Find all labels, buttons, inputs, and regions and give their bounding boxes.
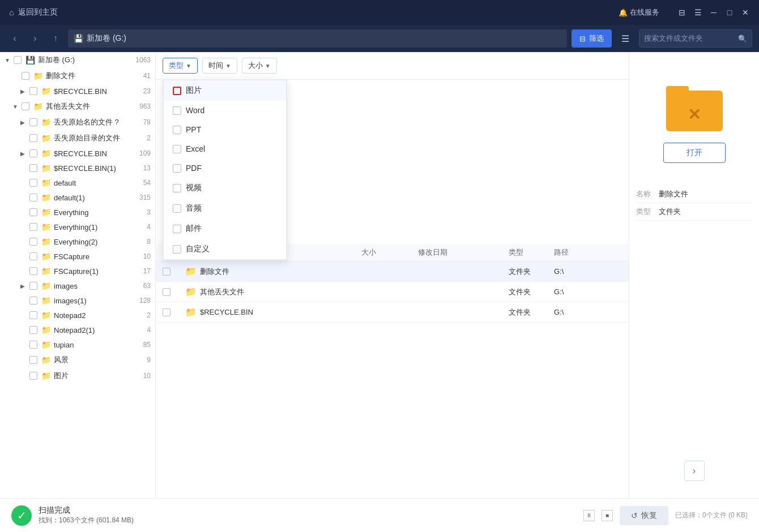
folder-icon: 📁 [41,371,51,380]
sidebar-item-lost-dir[interactable]: 📁 丢失原始目录的文件 2 [0,130,155,146]
folder-icon: 📁 [41,149,51,158]
check-notepad2-1[interactable] [29,326,37,334]
sidebar-item-images[interactable]: ▶ 📁 images 63 [0,278,155,293]
folder-icon: 📁 [41,222,51,231]
sidebar-item-other-lost[interactable]: ▼ 📁 其他丢失文件 963 [0,98,155,114]
sidebar-toggle-btn[interactable]: ⊟ [677,8,686,17]
row-name: 📁 $RECYCLE.BIN [185,307,361,318]
check-icon [173,145,181,153]
open-button[interactable]: 打开 [663,143,726,163]
check-images[interactable] [29,282,37,290]
forward-btn[interactable]: › [27,31,43,46]
table-row[interactable]: 📁 删除文件 文件夹 G:\ [156,261,629,282]
folder-icon: 📁 [41,164,51,173]
sidebar-item-fscapture[interactable]: 📁 FSCapture 10 [0,249,155,264]
toggle-icon: ▶ [20,283,28,289]
toolbar: ‹ › ↑ 💾 新加卷 (G:) ⊟ 筛选 ☰ 搜索文件或文件夹 🔍 [0,25,759,52]
header-path: 路径 [554,247,622,258]
check-notepad2[interactable] [29,311,37,319]
sidebar-item-everything[interactable]: 📁 Everything 3 [0,205,155,220]
check-recycle3[interactable] [29,164,37,172]
check-images1[interactable] [29,297,37,304]
close-btn[interactable]: ✕ [741,8,750,17]
sidebar-item-images1[interactable]: 📁 images(1) 128 [0,293,155,308]
back-btn[interactable]: ‹ [7,31,23,46]
type-filter-chip[interactable]: 类型 ▼ [163,58,198,74]
row-check[interactable] [163,288,170,296]
check-lost-name[interactable] [29,118,37,126]
sidebar-item-notepad2[interactable]: 📁 Notepad2 2 [0,308,155,323]
restore-button[interactable]: ↺ 恢复 [620,506,668,525]
sidebar-item-recycle3[interactable]: 📁 $RECYCLE.BIN(1) 13 [0,161,155,175]
menu-btn[interactable]: ☰ [616,29,634,48]
next-arrow-btn[interactable]: › [684,461,705,481]
pause-btn[interactable]: ⏸ [583,510,595,521]
table-row[interactable]: 📁 其他丢失文件 文件夹 G:\ [156,282,629,302]
filter-icon: ⊟ [579,35,586,43]
sidebar-item-notepad2-1[interactable]: 📁 Notepad2(1) 4 [0,323,155,337]
up-btn[interactable]: ↑ [48,31,63,46]
selected-info: 已选择：0个文件 (0 KB) [675,510,748,520]
check-root[interactable] [14,56,22,64]
time-filter-chip[interactable]: 时间 ▼ [202,58,237,74]
stop-btn[interactable]: ■ [602,510,613,521]
dropdown-item-audio[interactable]: 音频 [164,198,286,218]
dropdown-item-video[interactable]: 视频 [164,178,286,198]
sidebar-item-scenery[interactable]: 📁 风景 9 [0,352,155,368]
sidebar-item-fscapture1[interactable]: 📁 FSCapture(1) 17 [0,264,155,278]
path-bar[interactable]: 💾 新加卷 (G:) [68,29,567,48]
sidebar-item-pictures[interactable]: 📁 图片 10 [0,368,155,384]
folder-icon: 📁 [41,281,51,290]
table-row[interactable]: 📁 $RECYCLE.BIN 文件夹 G:\ [156,302,629,323]
folder-icon: 📁 [41,178,51,187]
check-default[interactable] [29,179,37,187]
row-check[interactable] [163,268,170,276]
filter-button[interactable]: ⊟ 筛选 [572,29,612,48]
folder-icon: 📁 [41,340,51,349]
sidebar-item-recycle2[interactable]: ▶ 📁 $RECYCLE.BIN 109 [0,146,155,161]
sidebar-item-tupian[interactable]: 📁 tupian 85 [0,337,155,352]
check-everything1[interactable] [29,223,37,231]
check-fscapture1[interactable] [29,267,37,275]
minimize-btn[interactable]: ─ [709,8,718,17]
check-lost-dir[interactable] [29,134,37,142]
sidebar-item-everything1[interactable]: 📁 Everything(1) 4 [0,220,155,234]
sidebar-item-everything2[interactable]: 📁 Everything(2) 8 [0,234,155,249]
sidebar-item-lost-name[interactable]: ▶ 📁 丢失原始名的文件 ? 78 [0,114,155,130]
row-check[interactable] [163,308,170,316]
dropdown-item-ppt[interactable]: PPT [164,120,286,139]
search-icon[interactable]: 🔍 [738,35,747,43]
maximize-btn[interactable]: □ [725,8,734,17]
sidebar-item-recycle1[interactable]: ▶ 📁 $RECYCLE.BIN 23 [0,84,155,98]
check-recycle2[interactable] [29,149,37,157]
check-everything2[interactable] [29,238,37,246]
dropdown-item-custom[interactable]: 自定义 [164,239,286,259]
check-scenery[interactable] [29,356,37,364]
dropdown-item-pdf[interactable]: PDF [164,158,286,178]
titlebar: ⌂ 返回到主页 🔔 在线服务 ⊟ ☰ ─ □ ✕ [0,0,759,25]
dropdown-item-image[interactable]: 图片 [164,80,286,101]
folder-icon: 📁 [41,355,51,364]
sidebar-item-deleted[interactable]: 📁 删除文件 41 [0,68,155,84]
check-fscapture[interactable] [29,252,37,260]
dropdown-item-excel[interactable]: Excel [164,139,286,158]
sidebar-item-root[interactable]: ▼ 💾 新加卷 (G:) 1063 [0,52,155,68]
check-tupian[interactable] [29,341,37,349]
home-link[interactable]: ⌂ 返回到主页 [9,7,58,18]
online-service[interactable]: 🔔 在线服务 [619,7,659,18]
dropdown-item-email[interactable]: 邮件 [164,218,286,239]
row-name: 📁 其他丢失文件 [185,286,361,297]
search-bar[interactable]: 搜索文件或文件夹 🔍 [639,29,752,48]
sidebar-item-default[interactable]: 📁 default 54 [0,175,155,190]
check-deleted[interactable] [22,72,29,80]
check-recycle1[interactable] [29,87,37,95]
size-filter-chip[interactable]: 大小 ▼ [242,58,277,74]
status-complete-icon: ✓ [11,505,32,526]
check-everything[interactable] [29,208,37,216]
dropdown-item-word[interactable]: Word [164,101,286,120]
check-default1[interactable] [29,194,37,201]
check-pictures[interactable] [29,372,37,380]
check-other-lost[interactable] [22,102,29,110]
menu-icon[interactable]: ☰ [693,8,702,17]
sidebar-item-default1[interactable]: 📁 default(1) 315 [0,190,155,205]
